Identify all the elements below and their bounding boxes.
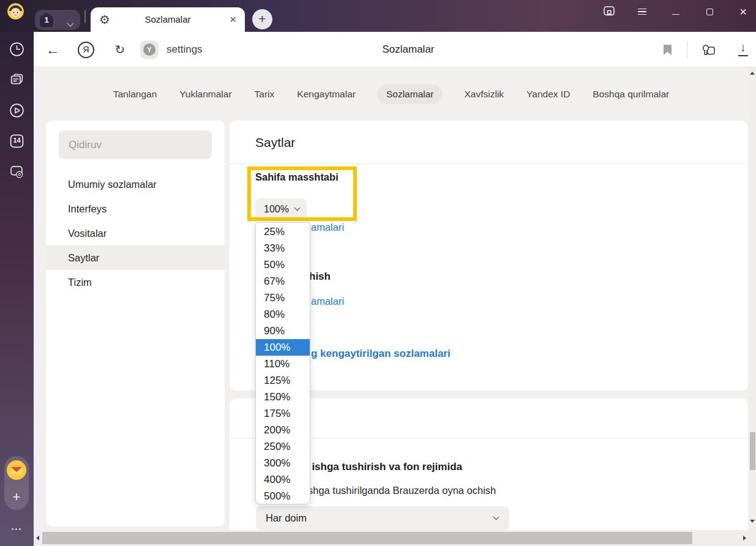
zoom-option[interactable]: 50%: [256, 256, 310, 273]
tab-close-icon[interactable]: ×: [230, 7, 236, 32]
zoom-option[interactable]: 80%: [256, 306, 310, 323]
zoom-option[interactable]: 200%: [256, 422, 310, 438]
zoom-option[interactable]: 25%: [256, 223, 310, 240]
advanced-settings-link[interactable]: g kengaytirilgan sozlamalari: [311, 348, 451, 360]
calendar-day-label: 14: [9, 136, 25, 144]
toolbar: ← Я ↻ Y settings Sozlamalar ↓: [34, 32, 756, 67]
vertical-scrollbar-thumb[interactable]: [750, 432, 755, 470]
section-title: Saytlar: [255, 135, 295, 150]
section-divider: [230, 163, 748, 164]
play-media-icon[interactable]: [9, 102, 25, 119]
sidebar-item-vositalar[interactable]: Vositalar: [46, 221, 225, 245]
nav-tab-sozlamalar[interactable]: Sozlamalar: [377, 84, 443, 104]
sidebar-item-tizim[interactable]: Tizim: [46, 270, 225, 294]
horizontal-scrollbar[interactable]: [34, 530, 756, 546]
nav-tab-tarix[interactable]: Tarix: [253, 84, 276, 104]
scroll-up-arrow[interactable]: [750, 72, 755, 75]
feed-notes-icon[interactable]: [9, 72, 25, 88]
minimize-button[interactable]: [668, 4, 683, 19]
tab-title: Sozlamalar: [91, 7, 245, 32]
zoom-option[interactable]: 500%: [256, 488, 310, 504]
scroll-right-arrow[interactable]: [743, 536, 746, 540]
zoom-option[interactable]: 75%: [256, 290, 310, 306]
address-bar-page-title: Sozlamalar: [61, 32, 756, 67]
titlebar-divider: [84, 10, 86, 23]
side-rail: 14 + •••: [0, 32, 34, 546]
sidebar-item-interfeys[interactable]: Interfeys: [46, 196, 225, 221]
settings-page: Tanlangan Yuklanmalar Tarix Kengaytmalar…: [34, 67, 756, 546]
tab-counter[interactable]: 1: [35, 10, 80, 30]
settings-sidebar: Umumiy sozlamalar Interfeys Vositalar Sa…: [46, 121, 225, 526]
sidebar-bookmarks-icon[interactable]: [602, 4, 616, 19]
search-input[interactable]: [59, 130, 212, 159]
partial-heading-1: hish: [309, 271, 331, 283]
autostart-heading: t ishga tushirish va fon rejimida: [305, 461, 462, 473]
zoom-option[interactable]: 67%: [256, 273, 310, 290]
highlight-annotation: [247, 166, 357, 221]
zoom-option[interactable]: 300%: [256, 455, 310, 471]
nav-tab-tanlangan[interactable]: Tanlangan: [112, 84, 159, 104]
more-options-dots[interactable]: •••: [0, 525, 34, 533]
zoom-option[interactable]: 150%: [256, 389, 310, 405]
autostart-select[interactable]: Har doim: [256, 506, 509, 530]
nav-tab-yandex-id[interactable]: Yandex ID: [525, 84, 571, 104]
chevron-down-icon: [493, 514, 500, 520]
settings-top-nav: Tanlangan Yuklanmalar Tarix Kengaytmalar…: [34, 83, 749, 105]
downloads-icon[interactable]: ↓: [735, 41, 751, 58]
chevron-down-icon[interactable]: [68, 17, 73, 28]
zoom-option[interactable]: 110%: [256, 356, 310, 372]
partial-link-1[interactable]: amalari: [311, 222, 344, 233]
back-button[interactable]: ←: [43, 32, 62, 67]
sidebar-item-umumiy-sozlamalar[interactable]: Umumiy sozlamalar: [46, 172, 225, 196]
titlebar: 1 ⚙ Sozlamalar × + ×: [0, 0, 756, 32]
toolbar-divider: [687, 41, 687, 58]
zoom-option[interactable]: 90%: [256, 323, 310, 339]
history-clock-icon[interactable]: [9, 41, 25, 58]
zoom-option[interactable]: 33%: [256, 240, 310, 256]
partial-link-2[interactable]: amalari: [311, 296, 344, 307]
browser-menu-icon[interactable]: [635, 4, 649, 19]
nav-tab-boshqa-qurilmalar[interactable]: Boshqa qurilmalar: [591, 84, 670, 104]
tab-count: 1: [39, 13, 54, 27]
download-arrow: ↓: [735, 41, 751, 54]
calendar-icon[interactable]: 14: [9, 133, 25, 149]
zoom-option[interactable]: 175%: [256, 405, 310, 422]
maximize-button[interactable]: [702, 4, 717, 19]
profile-avatar-icon[interactable]: [7, 3, 24, 20]
screenshot-icon[interactable]: [9, 163, 25, 180]
sidebar-item-saytlar[interactable]: Saytlar: [46, 245, 225, 270]
horizontal-scrollbar-thumb[interactable]: [42, 532, 692, 544]
zoom-dropdown: 25% 33% 50% 67% 75% 80% 90% 100% 110% 12…: [255, 222, 310, 504]
vertical-scrollbar[interactable]: [749, 67, 756, 546]
zoom-option[interactable]: 250%: [256, 438, 310, 455]
scroll-down-arrow[interactable]: [750, 520, 755, 523]
yandex-mail-icon[interactable]: [7, 460, 26, 480]
browser-tab[interactable]: ⚙ Sozlamalar ×: [91, 7, 245, 32]
close-window-button[interactable]: ×: [736, 4, 750, 19]
zoom-option[interactable]: 400%: [256, 471, 310, 488]
new-tab-button[interactable]: +: [252, 9, 272, 29]
zoom-option[interactable]: 125%: [256, 372, 310, 389]
autostart-description: shga tushirilganda Brauzerda oyna ochish: [308, 485, 496, 496]
zoom-option-selected[interactable]: 100%: [256, 339, 310, 356]
autostart-select-value: Har doim: [266, 506, 307, 530]
nav-tab-yuklanmalar[interactable]: Yuklanmalar: [178, 84, 233, 104]
nav-tab-kengaytmalar[interactable]: Kengaytmalar: [296, 84, 357, 104]
scroll-left-arrow[interactable]: [36, 536, 39, 540]
services-pill: +: [4, 456, 29, 510]
nav-tab-xavfsizlik[interactable]: Xavfsizlik: [463, 84, 505, 104]
extensions-icon[interactable]: [701, 42, 717, 58]
add-service-button[interactable]: +: [4, 489, 29, 505]
